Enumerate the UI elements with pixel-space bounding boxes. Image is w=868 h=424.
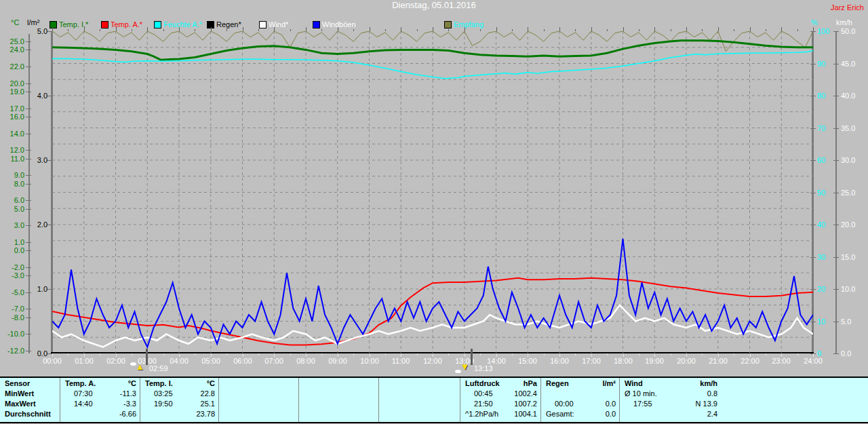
kmh-tick-label: 20.0 <box>841 220 864 229</box>
table-cell-row: 00:451002.4 <box>460 389 541 399</box>
table-column-empty-3 <box>298 378 379 422</box>
kmh-tick-label: 35.0 <box>841 124 864 132</box>
table-cell-row: Gesamt:0.0 <box>541 409 620 419</box>
lm2-tick <box>47 31 52 32</box>
x-tick-top <box>465 27 465 31</box>
table-cell: Regen <box>546 379 569 389</box>
celsius-tick <box>26 267 31 268</box>
lm2-tick <box>47 353 52 354</box>
table-cell: hPa <box>524 379 537 389</box>
x-tick-label: 12:00 <box>418 357 448 365</box>
kmh-tick <box>833 160 839 161</box>
table-column-luftdruck: LuftdruckhPa00:451002.421:501007.2^1.2hP… <box>460 378 541 422</box>
x-tick-top-half <box>195 29 195 31</box>
lm2-tick-label: 3.0 <box>30 156 47 164</box>
table-cell: 14:40 <box>74 399 93 409</box>
x-tick-bottom-half <box>702 353 703 355</box>
x-tick-bottom <box>781 353 782 357</box>
table-cell: Temp. I. <box>145 379 173 389</box>
table-cell: -6.66 <box>119 409 136 419</box>
station-name: Jarz Erich <box>831 3 864 12</box>
celsius-tick-label: 5.0 <box>0 205 24 213</box>
x-tick-bottom-half <box>417 353 418 355</box>
table-cell-row: Ø 10 min.0.8 <box>620 389 722 399</box>
lm2-tick <box>47 289 52 290</box>
celsius-tick-label: 25.0 <box>0 37 24 45</box>
celsius-tick-label: -12.0 <box>0 347 24 355</box>
celsius-tick-label: 8.0 <box>0 180 24 188</box>
table-cell: 0.0 <box>606 399 616 409</box>
celsius-tick <box>26 250 31 251</box>
x-tick-bottom-half <box>258 353 259 355</box>
chart-plot-svg <box>52 31 813 353</box>
x-tick-bottom <box>750 353 751 357</box>
table-cell: 22.8 <box>201 389 215 399</box>
x-tick-top <box>528 27 528 31</box>
celsius-tick <box>26 109 31 109</box>
celsius-tick <box>26 50 31 50</box>
x-tick-top <box>243 27 243 31</box>
x-tick-top <box>147 27 148 31</box>
x-tick-bottom <box>496 353 497 357</box>
table-cell: -3.3 <box>123 399 136 409</box>
x-tick-bottom-half <box>385 353 386 355</box>
left-axis-unit-lm2: l/m² <box>27 18 39 26</box>
legend-color-swatch-icon <box>101 21 108 28</box>
x-tick-top-half <box>258 29 259 31</box>
legend-item-label: Empfang <box>454 20 484 28</box>
table-cell: °C <box>207 379 215 389</box>
table-cell-row: Temp. A.°C <box>60 379 140 389</box>
table-cell: 00:00 <box>555 399 574 409</box>
x-tick-top-half <box>226 29 227 31</box>
celsius-tick <box>26 242 31 243</box>
kmh-tick <box>833 225 839 225</box>
x-tick-label: 20:00 <box>671 357 701 365</box>
table-row-labels-column: SensorMinWertMaxWertDurchschnitt <box>0 378 60 422</box>
table-cell-row <box>379 379 460 389</box>
celsius-tick <box>26 66 31 67</box>
celsius-tick <box>26 184 31 185</box>
table-cell: km/h <box>700 379 717 389</box>
kmh-tick <box>833 289 839 290</box>
sensor-statistics-table: SensorMinWertMaxWertDurchschnittTemp. A.… <box>0 377 868 423</box>
percent-tick <box>810 31 816 32</box>
celsius-tick <box>26 117 31 117</box>
celsius-tick-label: -2.0 <box>0 263 24 271</box>
celsius-tick-label: 17.0 <box>0 104 24 113</box>
kmh-tick <box>833 64 839 64</box>
x-tick-bottom-half <box>448 353 449 355</box>
celsius-tick-label: 9.0 <box>0 171 24 179</box>
table-row-label: MaxWert <box>0 399 60 409</box>
table-cell-row: 23.78 <box>140 409 219 419</box>
celsius-tick <box>26 317 31 318</box>
x-tick-top-half <box>575 29 576 31</box>
kmh-tick-label: 30.0 <box>841 156 864 164</box>
x-tick-top-half <box>353 29 354 31</box>
table-cell-row: 07:30-11.3 <box>60 389 140 399</box>
table-cell-row <box>299 389 379 399</box>
kmh-tick-label: 0.0 <box>841 349 864 358</box>
x-tick-label: 05:00 <box>196 357 226 365</box>
x-tick-top <box>750 27 751 31</box>
x-tick-bottom-half <box>100 353 100 355</box>
x-tick-bottom-half <box>226 353 227 355</box>
x-tick-bottom <box>274 353 275 357</box>
x-tick-top-half <box>132 29 132 31</box>
table-cell: 0.0 <box>606 409 616 419</box>
celsius-tick-label: -7.0 <box>0 305 24 313</box>
cloud-icon <box>455 370 461 373</box>
x-tick-label: 17:00 <box>576 357 606 365</box>
x-tick-bottom <box>370 353 370 357</box>
x-tick-label: 01:00 <box>69 357 99 365</box>
percent-tick <box>810 64 816 64</box>
x-tick-label: 23:00 <box>766 357 796 365</box>
table-cell: Luftdruck <box>465 379 500 389</box>
table-cell: 2.4 <box>707 409 717 419</box>
x-tick-label: 15:00 <box>513 357 542 365</box>
legend-item-label: Wind* <box>269 20 288 28</box>
x-tick-bottom <box>433 353 433 357</box>
rise-arrow-icon: ▲ <box>136 362 144 372</box>
x-tick-top-half <box>448 29 449 31</box>
table-row-label: MinWert <box>0 389 60 399</box>
table-cell-row <box>219 399 299 409</box>
